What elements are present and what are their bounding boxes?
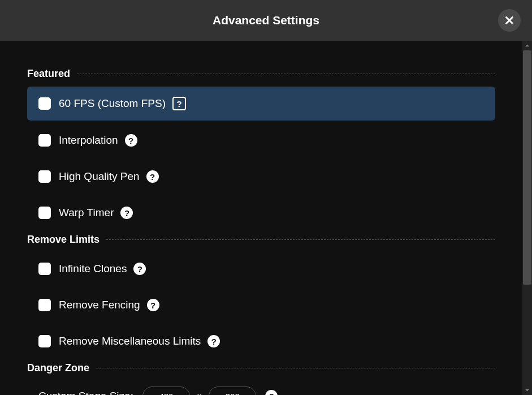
scroll-track[interactable] [522, 50, 532, 385]
advanced-settings-modal: Advanced Settings Featured 60 FPS (Custo… [0, 0, 532, 395]
modal-title: Advanced Settings [213, 14, 319, 27]
close-button[interactable] [498, 9, 521, 32]
option-60fps[interactable]: 60 FPS (Custom FPS) ? [27, 87, 495, 121]
help-icon-interpolation[interactable]: ? [125, 134, 137, 147]
help-icon-stage-size[interactable]: ? [265, 390, 278, 395]
modal-header: Advanced Settings [0, 0, 532, 41]
content-wrapper: Featured 60 FPS (Custom FPS) ? Interpola… [0, 41, 532, 395]
checkbox-high-quality-pen[interactable] [38, 170, 51, 183]
label-remove-fencing: Remove Fencing [59, 299, 140, 311]
scroll-thumb[interactable] [523, 50, 531, 285]
scrollbar[interactable] [522, 41, 532, 395]
section-header-danger-zone: Danger Zone [27, 362, 495, 374]
section-divider [96, 368, 495, 368]
label-60fps: 60 FPS (Custom FPS) [59, 97, 166, 110]
close-icon [505, 16, 514, 25]
custom-stage-size-label: Custom Stage Size: [38, 390, 133, 395]
section-title-featured: Featured [27, 68, 70, 80]
help-icon-high-quality-pen[interactable]: ? [146, 170, 159, 183]
help-icon-warp-timer[interactable]: ? [120, 207, 133, 219]
section-header-remove-limits: Remove Limits [27, 234, 495, 246]
help-icon-60fps[interactable]: ? [172, 97, 186, 110]
option-remove-misc-limits[interactable]: Remove Miscellaneous Limits ? [27, 325, 495, 358]
section-title-remove-limits: Remove Limits [27, 234, 100, 246]
chevron-up-icon [525, 43, 530, 48]
checkbox-remove-misc-limits[interactable] [38, 335, 51, 347]
section-title-danger-zone: Danger Zone [27, 362, 89, 374]
checkbox-60fps[interactable] [38, 97, 51, 110]
option-remove-fencing[interactable]: Remove Fencing ? [27, 289, 495, 321]
checkbox-infinite-clones[interactable] [38, 263, 51, 275]
checkbox-warp-timer[interactable] [38, 207, 51, 219]
option-interpolation[interactable]: Interpolation ? [27, 124, 495, 157]
label-warp-timer: Warp Timer [59, 207, 114, 219]
option-high-quality-pen[interactable]: High Quality Pen ? [27, 160, 495, 193]
chevron-down-icon [525, 388, 530, 393]
stage-height-input[interactable] [209, 387, 256, 395]
section-divider [106, 239, 495, 240]
section-divider [77, 74, 495, 74]
scroll-up-button[interactable] [522, 41, 532, 50]
option-warp-timer[interactable]: Warp Timer ? [27, 196, 495, 229]
section-header-featured: Featured [27, 68, 495, 80]
option-infinite-clones[interactable]: Infinite Clones ? [27, 252, 495, 285]
stage-width-input[interactable] [142, 387, 190, 395]
checkbox-interpolation[interactable] [38, 134, 51, 147]
help-icon-remove-fencing[interactable]: ? [147, 299, 159, 311]
settings-content: Featured 60 FPS (Custom FPS) ? Interpola… [0, 41, 522, 395]
checkbox-remove-fencing[interactable] [38, 299, 51, 311]
help-icon-infinite-clones[interactable]: ? [133, 263, 146, 275]
stage-mult-symbol: × [197, 391, 202, 395]
custom-stage-size-row: Custom Stage Size: × ? [27, 381, 495, 395]
label-infinite-clones: Infinite Clones [59, 263, 127, 275]
label-remove-misc-limits: Remove Miscellaneous Limits [59, 335, 201, 347]
help-icon-remove-misc-limits[interactable]: ? [207, 335, 220, 347]
label-interpolation: Interpolation [59, 134, 118, 147]
scroll-down-button[interactable] [522, 385, 532, 395]
label-high-quality-pen: High Quality Pen [59, 170, 140, 183]
